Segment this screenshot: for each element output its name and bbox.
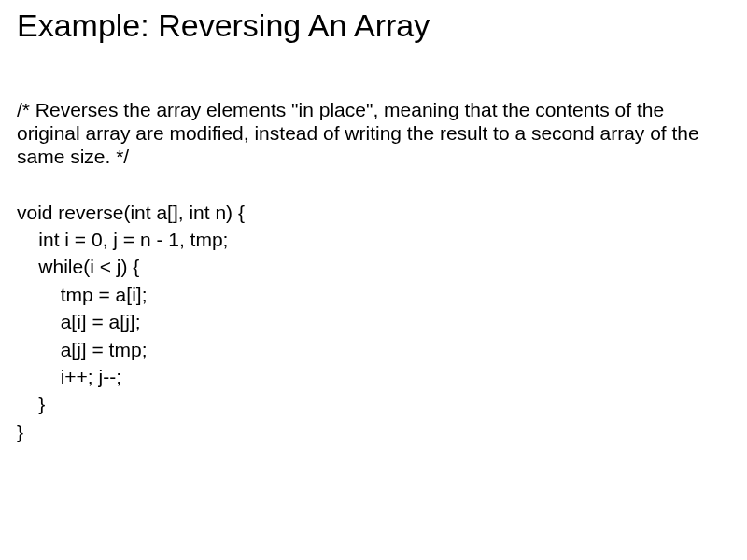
code-block: void reverse(int a[], int n) { int i = 0…: [17, 199, 730, 446]
slide: Example: Reversing An Array /* Reverses …: [0, 0, 747, 560]
slide-title: Example: Reversing An Array: [17, 7, 730, 44]
code-comment: /* Reverses the array elements "in place…: [17, 98, 730, 169]
